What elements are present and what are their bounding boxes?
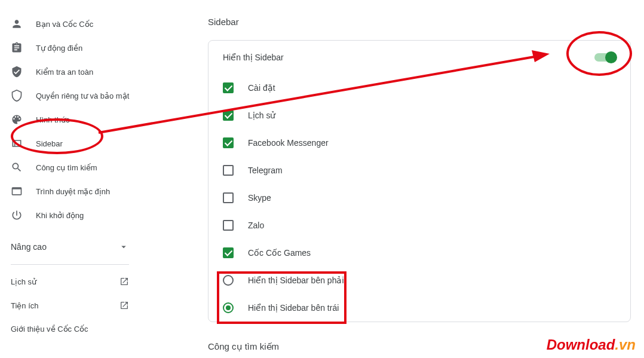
- open-external-icon: [119, 301, 129, 310]
- option-games[interactable]: Cốc Cốc Games: [223, 239, 616, 267]
- show-sidebar-row: Hiển thị Sidebar: [223, 41, 616, 74]
- sidebar-item-label: Công cụ tìm kiếm: [36, 163, 97, 172]
- search-icon: [11, 161, 23, 173]
- sidebar-item-label: Khi khởi động: [36, 211, 84, 220]
- link-label: Tiện ích: [11, 301, 39, 310]
- option-settings[interactable]: Cài đặt: [223, 74, 616, 102]
- option-label: Lịch sử: [248, 111, 275, 120]
- open-external-icon: [119, 277, 129, 286]
- option-telegram[interactable]: Telegram: [223, 157, 616, 184]
- option-label: Skype: [248, 193, 271, 203]
- palette-icon: [11, 114, 23, 126]
- radio-label: Hiển thị Sidebar bên trái: [248, 303, 339, 313]
- sidebar-section-advanced[interactable]: Nâng cao: [11, 234, 143, 259]
- sidebar-item-safety[interactable]: Kiểm tra an toàn: [11, 60, 143, 84]
- sidebar-item-label: Tự động điền: [36, 44, 82, 53]
- shield-icon: [11, 90, 23, 102]
- main-content: Sidebar Hiển thị Sidebar Cài đặt Lịch sử…: [143, 0, 644, 358]
- sidebar-item-appearance[interactable]: Hình thức: [11, 108, 143, 131]
- option-label: Cài đặt: [248, 83, 275, 93]
- sidebar-icon: [11, 137, 23, 149]
- sidebar-settings-card: Hiển thị Sidebar Cài đặt Lịch sử Faceboo…: [208, 40, 631, 322]
- option-label: Cốc Cốc Games: [248, 248, 311, 258]
- checkbox-messenger[interactable]: [223, 137, 234, 148]
- sidebar-item-autofill[interactable]: Tự động điền: [11, 36, 143, 60]
- section-title: Sidebar: [208, 17, 631, 27]
- sidebar-item-label: Sidebar: [36, 139, 63, 148]
- sidebar-item-label: Bạn và Cốc Cốc: [36, 20, 93, 29]
- sidebar-link-extensions[interactable]: Tiện ích: [11, 293, 143, 317]
- sidebar-link-about[interactable]: Giới thiệu về Cốc Cốc: [11, 317, 143, 341]
- checkbox-history[interactable]: [223, 110, 234, 121]
- clipboard-icon: [11, 42, 23, 54]
- show-sidebar-label: Hiển thị Sidebar: [223, 53, 284, 62]
- option-label: Zalo: [248, 221, 264, 230]
- checkbox-telegram[interactable]: [223, 165, 234, 176]
- radio-label: Hiển thị Sidebar bên phải: [248, 276, 344, 285]
- checkbox-games[interactable]: [223, 247, 234, 258]
- sidebar-item-privacy[interactable]: Quyền riêng tư và bảo mật: [11, 84, 143, 108]
- option-skype[interactable]: Skype: [223, 184, 616, 212]
- browser-icon: [11, 185, 23, 197]
- checkbox-settings[interactable]: [223, 82, 234, 93]
- checkbox-zalo[interactable]: [223, 220, 234, 231]
- radio-sidebar-left[interactable]: Hiển thị Sidebar bên trái: [223, 294, 616, 322]
- sidebar-item-startup[interactable]: Khi khởi động: [11, 203, 143, 227]
- link-label: Giới thiệu về Cốc Cốc: [11, 325, 88, 333]
- sidebar-item-search[interactable]: Công cụ tìm kiếm: [11, 155, 143, 179]
- power-icon: [11, 209, 23, 221]
- radio-left[interactable]: [223, 302, 234, 313]
- settings-sidebar: Bạn và Cốc Cốc Tự động điền Kiểm tra an …: [0, 0, 143, 358]
- radio-right[interactable]: [223, 275, 234, 286]
- person-icon: [11, 18, 23, 30]
- sidebar-item-label: Quyền riêng tư và bảo mật: [36, 91, 129, 100]
- checkbox-skype[interactable]: [223, 192, 234, 203]
- sidebar-item-sidebar[interactable]: Sidebar: [11, 131, 143, 155]
- sidebar-link-history[interactable]: Lịch sử: [11, 270, 143, 293]
- sidebar-item-default-browser[interactable]: Trình duyệt mặc định: [11, 179, 143, 203]
- sidebar-item-label: Kiểm tra an toàn: [36, 68, 93, 77]
- radio-sidebar-right[interactable]: Hiển thị Sidebar bên phải: [223, 267, 616, 294]
- option-label: Facebook Messenger: [248, 138, 329, 148]
- option-label: Telegram: [248, 166, 283, 175]
- shield-check-icon: [11, 66, 23, 78]
- link-label: Lịch sử: [11, 277, 36, 286]
- sidebar-item-label: Trình duyệt mặc định: [36, 187, 110, 196]
- sidebar-item-you-coccoc[interactable]: Bạn và Cốc Cốc: [11, 12, 143, 36]
- option-history[interactable]: Lịch sử: [223, 102, 616, 129]
- sidebar-item-label: Hình thức: [36, 115, 69, 124]
- option-messenger[interactable]: Facebook Messenger: [223, 129, 616, 157]
- next-section-title: Công cụ tìm kiếm: [208, 341, 631, 352]
- chevron-down-icon: [118, 241, 129, 252]
- option-zalo[interactable]: Zalo: [223, 212, 616, 239]
- advanced-label: Nâng cao: [11, 242, 47, 252]
- toggle-knob: [605, 51, 617, 63]
- sidebar-divider: [11, 264, 129, 265]
- show-sidebar-toggle[interactable]: [594, 53, 616, 62]
